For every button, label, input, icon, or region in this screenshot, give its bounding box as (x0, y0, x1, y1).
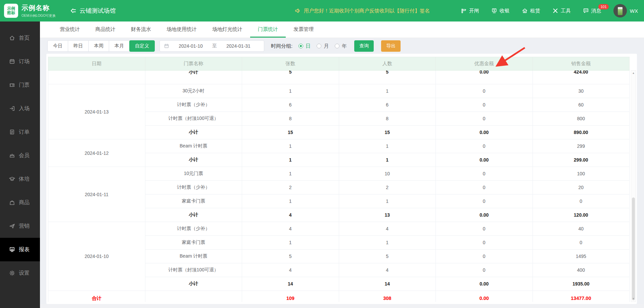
report-tabs: 营业统计商品统计财务流水场地使用统计场地灯光统计门票统计发票管理 (40, 21, 644, 38)
back-icon[interactable] (70, 7, 77, 14)
tab-4[interactable]: 场地使用统计 (159, 21, 204, 38)
menu-item-tools[interactable]: 工具 (552, 8, 571, 14)
sidebar-nav: 首页订场门票入场订单会员体培商品营销报表设置 (0, 21, 40, 308)
scrollbar-thumb[interactable] (632, 197, 635, 300)
query-button[interactable]: 查询 (354, 40, 374, 52)
sidebar-item-ticket[interactable]: 门票 (0, 73, 40, 97)
cell-count: 14 (242, 277, 339, 291)
sidebar-item-marketing[interactable]: 营销 (0, 214, 40, 238)
cell-count: 6 (242, 98, 339, 112)
speaker-icon (295, 8, 301, 14)
cell-people: 308 (339, 291, 436, 302)
cell-count: 5 (242, 250, 339, 263)
radio-label: 月 (324, 43, 329, 49)
cell-name: 计时票（封顶100可退） (145, 112, 242, 126)
date-to-value[interactable]: 2024-01-31 (217, 43, 260, 49)
cell-count: 2 (242, 181, 339, 194)
menu-item-message[interactable]: 消息101 (583, 8, 601, 14)
venue-name: 云铺测试场馆 (80, 7, 116, 15)
tab-7[interactable]: 发票管理 (286, 21, 321, 38)
report-icon (9, 247, 15, 253)
quick-range-button[interactable]: 本月 (109, 40, 130, 52)
total-row: 合计1093080.0013477.00 (48, 291, 630, 302)
menu-item-cashier[interactable]: 收银 (491, 8, 510, 14)
menu-item-gate[interactable]: 开闸 (461, 8, 479, 14)
sidebar-item-goods[interactable]: 商品 (0, 191, 40, 214)
user-account[interactable]: WX (613, 4, 638, 17)
radio-icon[interactable] (317, 44, 321, 48)
cashier-icon (491, 8, 497, 14)
cell-count: 4 (242, 222, 339, 236)
sidebar-item-entry[interactable]: 入场 (0, 97, 40, 120)
cell-sales: 1495 (533, 250, 630, 263)
date-range-picker[interactable]: 2024-01-10 至 2024-01-31 (159, 40, 264, 52)
user-initials: WX (630, 8, 638, 14)
export-button[interactable]: 导出 (381, 40, 401, 52)
cell-date: 2024-01-11 (48, 167, 145, 222)
ticket-icon (9, 82, 15, 88)
cell-name: 计时票（少补） (145, 98, 242, 112)
tab-5[interactable]: 场地灯光统计 (204, 21, 250, 38)
time-group-radio[interactable]: 年 (335, 43, 347, 49)
radio-icon[interactable] (335, 44, 339, 48)
quick-range-button[interactable]: 自定义 (129, 40, 155, 52)
cell-name: 计时票（少补） (145, 222, 242, 236)
sidebar-item-label: 商品 (19, 199, 30, 206)
column-header: 张数 (242, 57, 339, 71)
time-group-radio[interactable]: 月 (317, 43, 329, 49)
cell-count: 1 (242, 236, 339, 250)
sidebar-item-member[interactable]: 会员 (0, 144, 40, 167)
table-row: 2024-01-1110元门票1100100 (48, 167, 630, 181)
menu-item-rental[interactable]: 租赁 (522, 8, 540, 14)
announcement-text: 用户您好！近期收到个别商户反馈收到以【随行付】签名 (304, 8, 430, 14)
cell-people: 1 (339, 194, 436, 208)
quick-range-button[interactable]: 昨日 (68, 40, 89, 52)
cell-people: 1 (339, 139, 436, 153)
radio-label: 年 (342, 43, 347, 49)
sidebar-item-training[interactable]: 体培 (0, 167, 40, 191)
ticket-stats-table: 日期门票名称张数人数优惠金额销售金额 小计550.00424.002024-01… (48, 57, 630, 302)
cell-sales: 20 (533, 181, 630, 194)
cell-discount: 0 (436, 112, 533, 126)
top-menu: 开闸收银租赁工具消息101 WX (461, 0, 638, 21)
quick-range-button[interactable]: 本周 (88, 40, 109, 52)
cell-sales: 890.00 (533, 126, 630, 139)
cell-people: 15 (339, 126, 436, 139)
time-group-radios: 日月年 (292, 43, 347, 49)
vertical-scrollbar[interactable]: ▲ ▼ (631, 70, 636, 302)
date-from-value[interactable]: 2024-01-10 (169, 43, 212, 49)
cell-sales: 120.00 (533, 208, 630, 222)
sidebar-item-settings[interactable]: 设置 (0, 261, 40, 285)
cell-name: 家庭卡门票 (145, 236, 242, 250)
sidebar-item-order[interactable]: 订单 (0, 120, 40, 144)
quick-range-button[interactable]: 今日 (47, 40, 68, 52)
cell-people: 14 (339, 277, 436, 291)
cell-name: 小计 (145, 277, 242, 291)
sidebar-item-home[interactable]: 首页 (0, 26, 40, 50)
sidebar-item-report[interactable]: 报表 (0, 238, 40, 261)
radio-icon[interactable] (298, 44, 303, 48)
menu-item-label: 工具 (561, 8, 571, 14)
cell-name: 计时票（封顶100可退） (145, 263, 242, 277)
cell-discount: 0 (436, 139, 533, 153)
cell-discount: 0.00 (436, 153, 533, 167)
scroll-up-icon[interactable]: ▲ (631, 71, 636, 76)
cell-count: 1 (242, 139, 339, 153)
sidebar-item-booking[interactable]: 订场 (0, 50, 40, 73)
avatar[interactable] (613, 4, 627, 17)
sidebar-item-label: 会员 (19, 152, 30, 159)
tab-2[interactable]: 商品统计 (88, 21, 123, 38)
cell-discount: 0 (436, 222, 533, 236)
horizontal-scrollbar-track[interactable] (40, 304, 644, 308)
cell-name: 小计 (145, 153, 242, 167)
tab-1[interactable]: 营业统计 (52, 21, 88, 38)
logo-line2: 图标 (7, 11, 15, 15)
radio-label: 日 (306, 43, 311, 49)
time-group-radio[interactable]: 日 (298, 43, 311, 49)
sidebar-item-label: 订单 (19, 129, 30, 136)
cell-sales: 400 (533, 263, 630, 277)
tab-3[interactable]: 财务流水 (123, 21, 159, 38)
scroll-down-icon[interactable]: ▼ (631, 297, 636, 301)
calendar-icon (164, 43, 169, 49)
tab-6[interactable]: 门票统计 (250, 21, 286, 38)
